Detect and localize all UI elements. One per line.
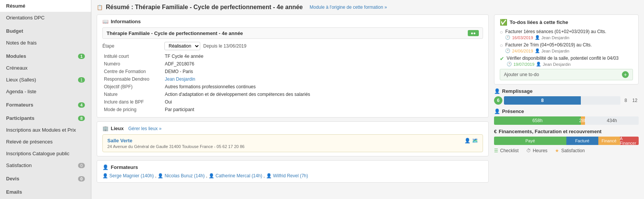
presence-title: 👤 Présence	[494, 108, 639, 114]
remplissage-section: 👤 Remplissage 6 8 8 12	[494, 88, 639, 105]
lieux-card: 🏢 Lieux Gérer les lieux » Salle Verte 24…	[97, 121, 489, 156]
sidebar-item-inscriptions-modules[interactable]: Inscriptions aux Modules et Prix	[0, 124, 91, 136]
todo-text-3: Vérifier disponibilité de la salle, pote…	[507, 56, 618, 67]
lieu-name[interactable]: Salle Verte	[107, 138, 244, 143]
todo-user-2: Jean Desjardin	[542, 49, 569, 53]
module-origin-link[interactable]: Module à l'origine de cette formation »	[310, 5, 387, 10]
formateur-list: 👤 Serge Magnier (140h) , 👤 Nicolas Buruz…	[102, 173, 483, 178]
info-label: Objectif (BPF)	[102, 83, 163, 91]
todo-date-2: 24/06/2019	[512, 49, 533, 53]
left-column: 📖 Informations Thérapie Familiale - Cycl…	[97, 14, 489, 186]
todo-item-2: ○ Facturer 2e Trim (04+05+06/2019) au Cl…	[500, 42, 633, 53]
sidebar-item-orientations-dpc[interactable]: Orientations DPC	[0, 12, 91, 24]
info-label: Mode de pricing	[102, 106, 163, 113]
etape-since: Depuis le 13/06/2019	[203, 43, 246, 49]
bottom-stats: ☰ Checklist ⏱ Heures ★ Satisfaction	[494, 148, 639, 153]
info-link[interactable]: Jean Desjardin	[165, 76, 195, 82]
right-column: ✅ To-dos liées à cette fiche ○ Facturer …	[494, 14, 639, 186]
financement-title: € Financements, Facturation et recouvrem…	[494, 129, 639, 134]
todo-item-3: ✔ Vérifier disponibilité de la salle, po…	[500, 56, 633, 67]
informations-header: 📖 Informations	[102, 19, 483, 24]
etape-row: Étape Réalisation Depuis le 13/06/2019	[102, 42, 483, 50]
sidebar-item-modules: Modules 1	[0, 49, 91, 62]
info-book-icon: 📖	[102, 19, 108, 24]
formation-title-bar: Thérapie Familiale - Cycle de perfection…	[102, 27, 483, 39]
fin-facture: Facturé	[566, 137, 598, 145]
remplissage-bar-container: 6 8 8 12	[494, 96, 639, 105]
sidebar-item-devis: Devis 0	[0, 171, 91, 185]
presence-bar: 658h 28h 434h	[494, 116, 639, 125]
formateurs-header: 👤 Formateurs	[102, 164, 483, 170]
checklist-icon: ☰	[494, 148, 498, 153]
clock-icon-2: 🕐	[505, 48, 510, 53]
sidebar-item-lieux[interactable]: Lieux (Salles) 1	[0, 74, 91, 86]
remplissage-track: 8	[504, 96, 620, 105]
sidebar-item-satisfaction[interactable]: Satisfaction 0	[0, 159, 91, 171]
etape-label: Étape	[102, 43, 161, 49]
lieux-icon: 🏢	[102, 126, 108, 131]
lieux-header: 🏢 Lieux Gérer les lieux »	[102, 126, 483, 131]
etape-select[interactable]: Réalisation	[164, 42, 200, 50]
info-label: Numéro	[102, 60, 163, 68]
sidebar-item-inscriptions-catalogue[interactable]: Inscriptions Catalogue public	[0, 148, 91, 159]
formateur-link[interactable]: Serge Magnier (140h)	[109, 173, 154, 178]
formateur-link[interactable]: Catherine Mercal (14h)	[215, 173, 262, 178]
person-icon-formateur: 👤	[266, 173, 272, 178]
info-value: Action d'adaptation et de développement …	[163, 91, 483, 98]
todo-date-3: 19/07/2019	[513, 62, 534, 67]
lieu-address: 24 Avenue du Général de Gaulle 31400 Tou…	[107, 144, 244, 149]
presence-gray: 434h	[585, 116, 639, 125]
info-value: Par participant	[163, 106, 483, 113]
presence-orange: 28h	[581, 116, 585, 125]
todo-user-3: Jean Desjardin	[543, 62, 571, 67]
info-label: Inclure dans le BPF	[102, 98, 163, 106]
presence-green: 658h	[494, 116, 581, 125]
formateurs-card: 👤 Formateurs 👤 Serge Magnier (140h) , 👤 …	[97, 160, 489, 183]
formation-badge: ●●	[468, 30, 479, 36]
todo-item-1: ○ Facturer 1ères séances (01+02+03/2019)…	[500, 29, 633, 40]
sidebar-item-releve-presences[interactable]: Relevé de présences	[0, 136, 91, 148]
todo-check-3: ✔	[500, 56, 504, 62]
lieu-info: Salle Verte 24 Avenue du Général de Gaul…	[107, 138, 244, 149]
clock-icon-3: 🕐	[507, 62, 512, 67]
formateur-link[interactable]: Nicolas Buruz (14h)	[164, 173, 204, 178]
info-label: Intitulé court	[102, 53, 163, 60]
sidebar-item-emails: Emails	[0, 185, 91, 198]
map-icon[interactable]: 🗺️	[472, 138, 478, 143]
sidebar-item-formateurs: Formateurs 4	[0, 97, 91, 111]
info-label: Responsable Dendreo	[102, 75, 163, 83]
formateur-link[interactable]: Wilfrid Revel (7h)	[273, 173, 308, 178]
person-icon-formateur: 👤	[158, 173, 163, 178]
info-value: ADF_2018076	[163, 60, 483, 68]
todos-card: ✅ To-dos liées à cette fiche ○ Facturer …	[494, 14, 639, 84]
todo-check-1: ○	[500, 29, 503, 35]
info-value: Oui	[163, 98, 483, 106]
heures-icon: ⏱	[526, 148, 531, 153]
lieu-item: Salle Verte 24 Avenue du Général de Gaul…	[102, 134, 483, 152]
euro-icon: €	[494, 129, 497, 134]
user-icon-1: 👤	[535, 35, 540, 40]
informations-card: 📖 Informations Thérapie Familiale - Cycl…	[97, 14, 489, 118]
star-icon: ★	[555, 148, 559, 153]
formation-title-text: Thérapie Familiale - Cycle de perfection…	[107, 30, 243, 36]
info-value: DEMO - Paris	[163, 68, 483, 75]
financement-section: € Financements, Facturation et recouvrem…	[494, 129, 639, 145]
gerer-lieux-link[interactable]: Gérer les lieux »	[128, 126, 161, 131]
sidebar-item-agenda-liste[interactable]: Agenda - liste	[0, 86, 91, 97]
main-content: 📋 Résumé : Thérapie Familiale - Cycle de…	[91, 0, 644, 199]
stat-heures: ⏱ Heures	[526, 148, 548, 153]
person-icon-formateur: 👤	[209, 173, 214, 178]
presence-icon: 👤	[494, 108, 500, 114]
stat-satisfaction: ★ Satisfaction	[555, 148, 585, 153]
sidebar-item-creneaux[interactable]: Créneaux	[0, 62, 91, 74]
remplissage-bar-row: 6 8 8 12	[494, 96, 639, 105]
sidebar-item-resume[interactable]: Résumé	[0, 0, 91, 12]
add-todo-button[interactable]: Ajouter une to-do +	[500, 69, 633, 80]
fin-paid: Payé	[494, 137, 566, 145]
financement-bar: Payé Facturé Financé À Financer	[494, 137, 639, 145]
person-icon[interactable]: 👤	[464, 138, 470, 143]
presence-section: 👤 Présence 658h 28h 434h	[494, 108, 639, 125]
todo-user-1: Jean Desjardin	[542, 35, 569, 40]
sidebar-item-notes-frais[interactable]: Notes de frais	[0, 37, 91, 49]
info-value: TF Cycle 4e année	[163, 53, 483, 60]
